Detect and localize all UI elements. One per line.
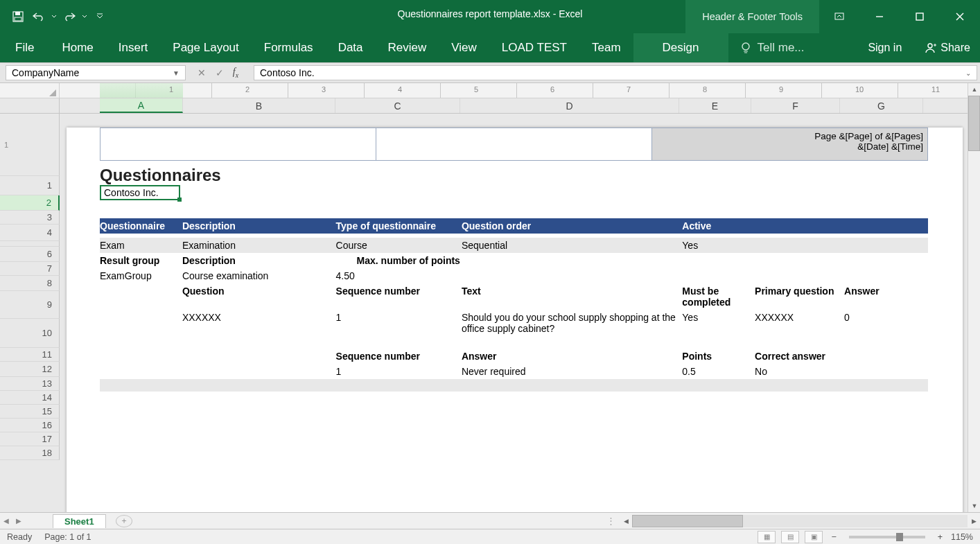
row-header-13[interactable]: 13: [0, 377, 60, 391]
cell[interactable]: XXXXXX: [755, 310, 844, 336]
row-header-12[interactable]: 12: [0, 362, 60, 377]
tab-team[interactable]: Team: [579, 33, 633, 62]
cell[interactable]: 1: [336, 310, 462, 336]
ribbon-options-icon[interactable]: [819, 0, 859, 33]
zoom-slider[interactable]: [849, 536, 925, 538]
sign-in-button[interactable]: Sign in: [855, 42, 914, 54]
row-header-11[interactable]: 11: [0, 348, 60, 362]
cell[interactable]: Should you do your school supply shoppin…: [462, 310, 682, 336]
vertical-scrollbar[interactable]: ▲ ▼: [968, 83, 980, 512]
tab-data[interactable]: Data: [326, 33, 376, 62]
view-page-layout-icon[interactable]: ▤: [781, 531, 799, 543]
tab-page-layout[interactable]: Page Layout: [160, 33, 251, 62]
cell[interactable]: Description: [182, 253, 336, 268]
cell[interactable]: Must be completed: [682, 283, 755, 310]
redo-dropdown-icon[interactable]: [80, 7, 89, 26]
tab-load-test[interactable]: LOAD TEST: [489, 33, 579, 62]
header-boxes[interactable]: Page &[Page] of &[Pages] &[Date] &[Time]: [100, 128, 928, 161]
cell[interactable]: No: [755, 364, 844, 379]
cell[interactable]: Question: [182, 283, 336, 310]
view-normal-icon[interactable]: ▦: [758, 531, 776, 543]
row-header-8[interactable]: 8: [0, 276, 60, 291]
row-header-7[interactable]: 7: [0, 262, 60, 276]
cell[interactable]: Yes: [682, 310, 755, 336]
row-header-18[interactable]: 18: [0, 446, 60, 460]
col-header-d[interactable]: D: [460, 98, 679, 113]
row-header-14[interactable]: 14: [0, 391, 60, 405]
row-header-2[interactable]: 2: [0, 195, 60, 211]
row-header-10[interactable]: 10: [0, 319, 60, 348]
row-header-3[interactable]: 3: [0, 211, 60, 225]
chevron-down-icon[interactable]: ▼: [173, 69, 180, 77]
cell[interactable]: Answer: [844, 283, 928, 310]
cell[interactable]: 1: [336, 364, 462, 379]
scroll-up-icon[interactable]: ▲: [968, 83, 980, 96]
view-page-break-icon[interactable]: ▣: [805, 531, 823, 543]
tellme-search[interactable]: Tell me...: [728, 41, 816, 55]
minimize-icon[interactable]: [859, 0, 900, 33]
qat-customize-icon[interactable]: [90, 7, 110, 26]
tab-view[interactable]: View: [439, 33, 489, 62]
row-header-4[interactable]: 4: [0, 225, 60, 241]
cell[interactable]: Answer: [462, 349, 682, 364]
cell[interactable]: 0: [844, 310, 928, 336]
cell[interactable]: Never required: [462, 364, 682, 379]
header-right-box[interactable]: Page &[Page] of &[Pages] &[Date] &[Time]: [652, 128, 927, 160]
cell[interactable]: 4.50: [336, 268, 462, 283]
tab-home[interactable]: Home: [49, 33, 105, 62]
cell[interactable]: Correct answer: [755, 349, 844, 364]
col-header-c[interactable]: C: [335, 98, 460, 113]
tab-nav-next-icon[interactable]: ▶: [12, 517, 25, 525]
row-header-9[interactable]: 9: [0, 291, 60, 319]
cell[interactable]: Course: [336, 238, 462, 253]
select-all-triangle[interactable]: [49, 89, 56, 96]
cell[interactable]: Result group: [100, 253, 182, 268]
undo-dropdown-icon[interactable]: [50, 7, 58, 26]
scroll-down-icon[interactable]: ▼: [968, 500, 980, 512]
row-header-1[interactable]: 1: [0, 176, 60, 195]
maximize-icon[interactable]: [900, 0, 940, 33]
cell[interactable]: Text: [462, 283, 682, 310]
scroll-thumb[interactable]: [968, 96, 980, 151]
scroll-right-icon[interactable]: ▶: [968, 515, 980, 527]
close-icon[interactable]: [940, 0, 980, 33]
cell[interactable]: Exam: [100, 238, 182, 253]
row-header-17[interactable]: 17: [0, 432, 60, 446]
tab-insert[interactable]: Insert: [106, 33, 161, 62]
header-center-box[interactable]: [376, 128, 652, 160]
tab-nav-prev-icon[interactable]: ◀: [0, 517, 12, 525]
fx-icon[interactable]: fx: [230, 67, 245, 79]
zoom-out-button[interactable]: −: [828, 532, 839, 542]
cell[interactable]: Points: [682, 349, 755, 364]
col-header-b[interactable]: B: [183, 98, 335, 113]
col-header-g[interactable]: G: [840, 98, 923, 113]
cell[interactable]: Sequential: [462, 238, 682, 253]
cell[interactable]: Sequence number: [336, 283, 462, 310]
col-header-a[interactable]: A: [100, 98, 183, 113]
sheet-tab[interactable]: Sheet1: [53, 514, 106, 528]
formula-expand-icon[interactable]: ⌄: [965, 69, 971, 77]
cell[interactable]: ExamGroup: [100, 268, 182, 283]
tab-review[interactable]: Review: [376, 33, 439, 62]
cell[interactable]: Sequence number: [336, 349, 462, 364]
col-header-f[interactable]: F: [751, 98, 840, 113]
zoom-in-button[interactable]: +: [935, 532, 945, 542]
zoom-level[interactable]: 115%: [951, 532, 973, 542]
redo-icon[interactable]: [60, 7, 79, 26]
undo-icon[interactable]: [29, 7, 49, 26]
cancel-formula-icon[interactable]: ✕: [194, 67, 209, 78]
add-sheet-button[interactable]: ＋: [116, 515, 132, 527]
scroll-left-icon[interactable]: ◀: [620, 515, 632, 527]
cell[interactable]: Yes: [682, 238, 755, 253]
horizontal-scrollbar[interactable]: ◀ ▶: [620, 515, 980, 527]
name-box[interactable]: CompanyName ▼: [6, 65, 186, 80]
cell[interactable]: XXXXXX: [182, 310, 336, 336]
tab-design[interactable]: Design: [633, 33, 728, 62]
formula-bar[interactable]: Contoso Inc. ⌄: [254, 65, 977, 80]
cell[interactable]: Examination: [182, 238, 336, 253]
cell[interactable]: Primary question: [755, 283, 844, 310]
save-icon[interactable]: [8, 7, 28, 26]
tab-file[interactable]: File: [0, 33, 49, 62]
tab-formulas[interactable]: Formulas: [252, 33, 326, 62]
cell[interactable]: Max. number of points: [336, 253, 462, 268]
